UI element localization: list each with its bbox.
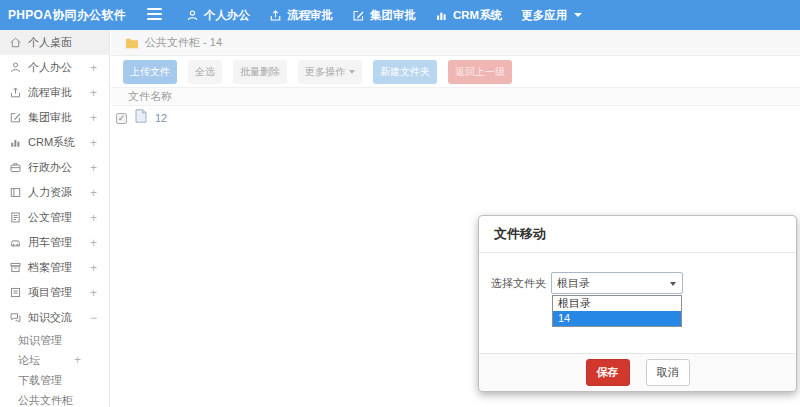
app-logo: PHPOA协同办公软件: [8, 0, 126, 30]
nav-group-approval[interactable]: 集团审批: [352, 8, 416, 23]
menu-toggle-icon[interactable]: [147, 8, 162, 23]
expand-plus-icon[interactable]: +: [90, 86, 97, 100]
file-table-header: 文件名称: [111, 87, 800, 106]
expand-plus-icon[interactable]: +: [90, 286, 97, 300]
home-icon: [9, 36, 22, 49]
clipboard-icon: [9, 286, 22, 299]
expand-plus-icon[interactable]: +: [90, 136, 97, 150]
sidebar-item-crm[interactable]: CRM系统 +: [0, 130, 109, 155]
sidebar-subitem-forum[interactable]: 论坛 +: [0, 350, 109, 370]
chat-bubbles-icon: [9, 311, 22, 324]
chevron-down-icon: [574, 13, 582, 17]
edit-icon: [352, 9, 365, 22]
dropdown-option-root[interactable]: 根目录: [553, 296, 681, 311]
expand-plus-icon[interactable]: +: [90, 186, 97, 200]
batch-delete-button[interactable]: 批量删除: [233, 60, 287, 84]
sidebar-item-project-mgmt[interactable]: 项目管理 +: [0, 280, 109, 305]
chevron-down-icon: [670, 282, 676, 286]
breadcrumb: 公共文件柜 - 14: [111, 30, 800, 56]
more-operations-button[interactable]: 更多操作: [298, 60, 362, 84]
folder-select-dropdown: 根目录 14: [552, 295, 682, 327]
expand-plus-icon[interactable]: +: [90, 236, 97, 250]
sidebar-item-vehicle-mgmt[interactable]: 用车管理 +: [0, 230, 109, 255]
expand-plus-icon[interactable]: +: [90, 261, 97, 275]
phpoa-app: PHPOA协同办公软件 个人办公 流程审批 集团审批 CRM系统 更多应用: [0, 0, 800, 407]
collapse-minus-icon[interactable]: −: [90, 311, 97, 325]
modal-footer: 保存 取消: [479, 353, 796, 391]
bar-chart-icon: [9, 136, 22, 149]
file-move-modal: 文件移动 选择文件夹 根目录 根目录 14 保存 取消: [478, 215, 797, 392]
upload-file-button[interactable]: 上传文件: [123, 60, 177, 84]
edit-icon: [9, 111, 22, 124]
row-checkbox[interactable]: ✓: [116, 113, 127, 124]
sidebar-item-personal-office[interactable]: 个人办公 +: [0, 55, 109, 80]
sidebar-item-admin-office[interactable]: 行政办公 +: [0, 155, 109, 180]
sidebar-subitem-download-mgmt[interactable]: 下载管理: [0, 370, 109, 390]
expand-plus-icon[interactable]: +: [74, 353, 81, 367]
bar-chart-icon: [435, 9, 448, 22]
file-toolbar: 上传文件 全选 批量删除 更多操作 新建文件夹 返回上一级: [111, 57, 800, 87]
select-all-button[interactable]: 全选: [188, 60, 222, 84]
sidebar-item-knowledge-exchange[interactable]: 知识交流 −: [0, 305, 109, 330]
file-row[interactable]: ✓ 12: [111, 106, 800, 130]
user-icon: [9, 61, 22, 74]
breadcrumb-path: 公共文件柜 - 14: [145, 35, 222, 50]
sidebar-subitem-knowledge-mgmt[interactable]: 知识管理: [0, 330, 109, 350]
car-icon: [9, 236, 22, 249]
sidebar: 个人桌面 个人办公 + 流程审批 + 集团审批 + CRM系统 + 行政办公 +: [0, 30, 110, 407]
sidebar-item-desktop[interactable]: 个人桌面: [0, 30, 109, 55]
modal-header: 文件移动: [479, 216, 796, 253]
sidebar-item-hr[interactable]: 人力资源 +: [0, 180, 109, 205]
user-icon: [186, 9, 199, 22]
sidebar-item-workflow-approval[interactable]: 流程审批 +: [0, 80, 109, 105]
new-folder-button[interactable]: 新建文件夹: [373, 60, 437, 84]
expand-plus-icon[interactable]: +: [90, 61, 97, 75]
id-card-icon: [9, 186, 22, 199]
nav-workflow-approval[interactable]: 流程审批: [269, 8, 333, 23]
save-button[interactable]: 保存: [586, 359, 630, 386]
file-name-column-header: 文件名称: [128, 89, 172, 104]
sidebar-item-group-approval[interactable]: 集团审批 +: [0, 105, 109, 130]
expand-plus-icon[interactable]: +: [90, 161, 97, 175]
sidebar-item-document-mgmt[interactable]: 公文管理 +: [0, 205, 109, 230]
top-navbar: PHPOA协同办公软件 个人办公 流程审批 集团审批 CRM系统 更多应用: [0, 0, 800, 30]
folder-icon: [125, 37, 139, 49]
nav-more-apps[interactable]: 更多应用: [521, 8, 582, 23]
briefcase-icon: [9, 161, 22, 174]
document-icon: [9, 211, 22, 224]
modal-title: 文件移动: [494, 225, 546, 243]
folder-select[interactable]: 根目录: [551, 272, 683, 294]
nav-personal-office[interactable]: 个人办公: [186, 8, 250, 23]
upload-share-icon: [269, 9, 282, 22]
file-name: 12: [155, 112, 167, 124]
sidebar-subitem-public-file-cabinet[interactable]: 公共文件柜: [0, 390, 109, 407]
select-folder-label: 选择文件夹: [490, 273, 546, 294]
archive-icon: [9, 261, 22, 274]
cancel-button[interactable]: 取消: [646, 359, 690, 386]
nav-crm[interactable]: CRM系统: [435, 8, 502, 23]
file-icon: [135, 109, 147, 127]
upload-share-icon: [9, 86, 22, 99]
dropdown-option-14[interactable]: 14: [553, 311, 681, 326]
go-back-button[interactable]: 返回上一级: [448, 60, 512, 84]
folder-select-value: 根目录: [557, 276, 590, 291]
top-nav-menu: 个人办公 流程审批 集团审批 CRM系统 更多应用: [186, 0, 582, 30]
expand-plus-icon[interactable]: +: [90, 111, 97, 125]
expand-plus-icon[interactable]: +: [90, 211, 97, 225]
sidebar-item-archive-mgmt[interactable]: 档案管理 +: [0, 255, 109, 280]
chevron-down-icon: [349, 70, 355, 74]
